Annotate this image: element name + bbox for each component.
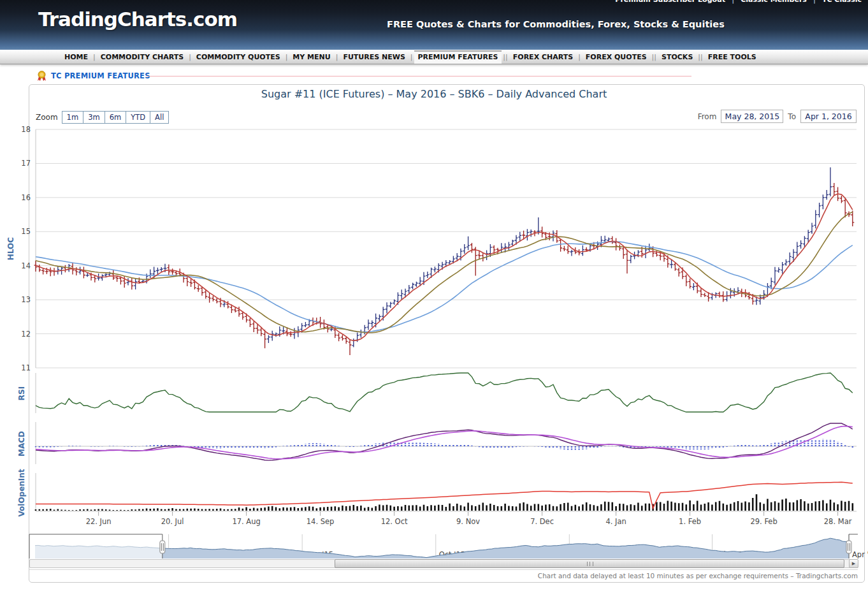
svg-text:16: 16 xyxy=(21,193,31,202)
nav-separator: || xyxy=(502,53,509,61)
scrollbar-grip xyxy=(587,562,593,566)
nav-separator: | xyxy=(577,53,582,61)
navigator-right-handle[interactable] xyxy=(846,541,851,553)
scrollbar-thumb[interactable] xyxy=(335,559,844,568)
macd-histogram xyxy=(36,439,853,450)
nav-separator: | xyxy=(284,53,289,61)
down-bars xyxy=(34,183,855,355)
premium-divider xyxy=(147,76,691,77)
x-axis-labels: 22. Jun20. Jul17. Aug14. Sep12. Oct9. No… xyxy=(86,511,852,526)
nav-item-home[interactable]: HOME xyxy=(61,50,92,64)
price-chart: 1817161514131211HLOCRSIMACDVolOpenInt22.… xyxy=(0,102,868,558)
nav-item-commodity-charts[interactable]: COMMODITY CHARTS xyxy=(97,50,187,64)
svg-text:RSI: RSI xyxy=(17,386,26,400)
svg-text:11: 11 xyxy=(21,363,31,372)
svg-text:18: 18 xyxy=(21,125,31,134)
svg-text:17: 17 xyxy=(21,159,31,168)
svg-text:15: 15 xyxy=(21,227,31,236)
top-link[interactable]: Classic Members xyxy=(741,0,807,4)
nav-item-my-menu[interactable]: MY MENU xyxy=(289,50,334,64)
macd-line xyxy=(36,423,853,460)
svg-text:17. Aug: 17. Aug xyxy=(232,517,260,526)
macd-panel xyxy=(36,423,853,460)
premium-banner: TC PREMIUM FEATURES xyxy=(37,70,150,82)
chart-title: Sugar #11 (ICE Futures) – May 2016 – SBK… xyxy=(0,88,868,100)
svg-text:4. Jan: 4. Jan xyxy=(605,517,626,526)
svg-text:12: 12 xyxy=(21,330,31,339)
ma-line-medium xyxy=(36,212,853,333)
rsi-line xyxy=(36,373,853,412)
top-link[interactable]: Premium Subscriber Logout xyxy=(615,0,725,4)
svg-text:MACD: MACD xyxy=(17,431,26,456)
navigator-left-handle[interactable] xyxy=(160,541,165,553)
svg-text:12. Oct: 12. Oct xyxy=(381,517,408,526)
chart-disclaimer: Chart and data delayed at least 10 minut… xyxy=(29,569,858,581)
grid xyxy=(36,129,857,511)
svg-text:29. Feb: 29. Feb xyxy=(750,517,777,526)
svg-text:22. Jun: 22. Jun xyxy=(86,517,112,526)
nav-item-premium-features[interactable]: PREMIUM FEATURES xyxy=(414,50,502,64)
svg-text:7. Dec: 7. Dec xyxy=(530,517,554,526)
nav-item-forex-charts[interactable]: FOREX CHARTS xyxy=(509,50,577,64)
moving-averages xyxy=(36,194,853,340)
svg-text:13: 13 xyxy=(21,295,31,304)
top-link-separator: | xyxy=(732,0,734,4)
nav-separator: || xyxy=(651,53,658,61)
site-header: Premium Subscriber Logout|Classic Member… xyxy=(0,0,868,50)
premium-banner-label[interactable]: TC PREMIUM FEATURES xyxy=(51,71,150,80)
nav-item-forex-quotes[interactable]: FOREX QUOTES xyxy=(582,50,651,64)
nav-separator: | xyxy=(187,53,192,61)
nav-separator: | xyxy=(92,53,97,61)
svg-text:14. Sep: 14. Sep xyxy=(307,517,335,526)
top-links: Premium Subscriber Logout|Classic Member… xyxy=(615,0,862,4)
site-logo[interactable]: TradingCharts.com xyxy=(38,8,237,31)
svg-text:14: 14 xyxy=(21,261,31,270)
volume-open-interest-panel xyxy=(36,482,853,511)
nav-separator: | xyxy=(409,53,414,61)
hloc-bars xyxy=(34,168,855,355)
navigator: Jun '15Aug '15Oct '15Dec '15Feb '16Apr '… xyxy=(29,534,868,558)
nav-item-free-tools[interactable]: FREE TOOLS xyxy=(704,50,760,64)
medal-icon xyxy=(37,71,47,82)
svg-text:9. Nov: 9. Nov xyxy=(456,517,480,526)
nav-separator: | xyxy=(335,53,340,61)
panel-labels: HLOCRSIMACDVolOpenInt xyxy=(6,237,26,517)
nav-item-stocks[interactable]: STOCKS xyxy=(658,50,697,64)
svg-text:1. Feb: 1. Feb xyxy=(679,517,701,526)
svg-text:HLOC: HLOC xyxy=(6,237,15,260)
svg-text:28. Mar: 28. Mar xyxy=(824,517,852,526)
svg-text:Apr '16: Apr '16 xyxy=(852,550,868,558)
scrollbar-right-arrow[interactable]: ▶ xyxy=(849,559,858,568)
svg-text:VolOpenInt: VolOpenInt xyxy=(17,469,26,516)
y-axis-labels: 1817161514131211 xyxy=(21,125,31,372)
up-bars xyxy=(56,168,832,347)
ma-line-fast xyxy=(36,194,853,340)
nav-item-commodity-quotes[interactable]: COMMODITY QUOTES xyxy=(192,50,284,64)
nav-separator: || xyxy=(697,53,704,61)
horizontal-scrollbar: ◀ ▶ xyxy=(29,559,858,568)
ma-line-slow xyxy=(36,242,853,332)
top-link-separator: | xyxy=(813,0,816,4)
top-link[interactable]: TC Classic xyxy=(822,0,862,4)
nav-item-futures-news[interactable]: FUTURES NEWS xyxy=(339,50,409,64)
svg-text:20. Jul: 20. Jul xyxy=(161,517,184,526)
site-tagline: FREE Quotes & Charts for Commodities, Fo… xyxy=(387,19,725,29)
main-navbar: HOME|COMMODITY CHARTS|COMMODITY QUOTES|M… xyxy=(0,50,868,64)
